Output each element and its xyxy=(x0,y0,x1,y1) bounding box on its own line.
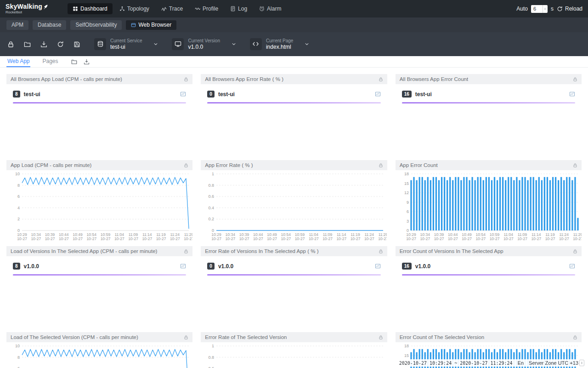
chip-label: Database xyxy=(38,22,61,28)
svg-text:6: 6 xyxy=(17,194,20,199)
log-icon xyxy=(230,6,236,12)
auto-label: Auto xyxy=(516,6,528,12)
card-title: Error Count of Versions In The Selected … xyxy=(400,248,503,254)
service-icon xyxy=(94,38,106,50)
line-chart: 024681010:2910-2710:3410-2710:3910-2710:… xyxy=(6,170,192,244)
lock-icon[interactable] xyxy=(573,163,577,168)
auto-interval-value[interactable]: 6 xyxy=(531,5,543,13)
list-item[interactable]: 8 v1.0.0 xyxy=(13,261,186,271)
value-bar xyxy=(402,274,575,276)
nav-item-dashboard[interactable]: Dashboard xyxy=(68,3,113,14)
import-button[interactable] xyxy=(40,41,47,48)
lock-icon[interactable] xyxy=(184,77,188,82)
nav-item-log[interactable]: Log xyxy=(225,3,252,14)
card-title: Load of Versions In The Selected App (CP… xyxy=(11,248,157,254)
lock-icon[interactable] xyxy=(184,163,188,168)
nav-item-topology[interactable]: Topology xyxy=(114,3,154,14)
server-zone-control[interactable]: Server Zone UTC +13 xyxy=(529,360,584,366)
category-tab-apm[interactable]: APM xyxy=(6,20,28,30)
inspect-icon[interactable] xyxy=(180,263,186,269)
list-item[interactable]: 0 v1.0.0 xyxy=(207,261,380,271)
item-name: v1.0.0 xyxy=(415,263,430,270)
svg-text:10-27: 10-27 xyxy=(114,236,124,241)
inspect-icon[interactable] xyxy=(569,263,575,269)
time-range-picker[interactable]: 2020-10-27 10:29:24 ~ 2020-10-27 11:29:2… xyxy=(399,361,513,366)
current-service-selector[interactable]: Current Service test-ui xyxy=(94,38,158,50)
auto-interval-input[interactable]: 6 xyxy=(531,5,548,13)
nav-item-alarm[interactable]: Alarm xyxy=(254,3,286,14)
tab-pages[interactable]: Pages xyxy=(41,56,59,67)
app-logo[interactable]: SkyWalking Rocketbot xyxy=(6,3,48,14)
svg-text:3: 3 xyxy=(407,219,409,224)
inspect-icon[interactable] xyxy=(375,263,381,269)
nav-item-profile[interactable]: Profile xyxy=(190,3,223,14)
group-folder-button[interactable] xyxy=(71,59,77,65)
current-version-selector[interactable]: Current Version v1.0.0 xyxy=(172,38,236,50)
selector-value: index.html xyxy=(266,44,293,50)
value-badge: 8 xyxy=(13,263,20,270)
nav-label: Dashboard xyxy=(80,6,107,12)
category-tab-web-browser[interactable]: Web Browser xyxy=(126,20,176,30)
tab-tools xyxy=(71,59,90,67)
reload-button[interactable]: Reload xyxy=(557,6,582,12)
svg-text:10-27: 10-27 xyxy=(406,236,416,241)
svg-text:0.8: 0.8 xyxy=(209,355,215,360)
top-navigation-bar: SkyWalking Rocketbot Dashboard Topology … xyxy=(0,0,588,17)
value-badge: 8 xyxy=(13,91,20,98)
svg-text:10-27: 10-27 xyxy=(559,236,569,241)
value-bar xyxy=(13,274,186,276)
card-title: Error Rate of The Selected Version xyxy=(205,334,287,340)
category-tab-selfobservability[interactable]: SelfObservability xyxy=(70,20,122,30)
nav-item-trace[interactable]: Trace xyxy=(156,3,188,14)
page-code-icon xyxy=(250,38,262,50)
inspect-icon[interactable] xyxy=(569,91,575,97)
lock-icon[interactable] xyxy=(379,77,383,82)
list-item[interactable]: 8 test-ui xyxy=(13,89,186,99)
lock-edit-button[interactable] xyxy=(7,41,14,48)
line-chart: 00.20.40.60.8110:2910-2710:3410-2710:391… xyxy=(201,170,387,244)
card-all-browsers-app-error-rate: All Browsers App Error Rate ( % ) 0 test… xyxy=(201,74,387,158)
zone-stepper[interactable] xyxy=(579,360,584,366)
lock-icon[interactable] xyxy=(184,335,188,340)
group-import-button[interactable] xyxy=(84,59,90,65)
auto-interval-stepper[interactable] xyxy=(543,5,548,13)
lock-icon[interactable] xyxy=(379,335,383,340)
svg-text:18: 18 xyxy=(404,172,409,176)
profile-icon xyxy=(195,6,200,12)
current-page-selector[interactable]: Current Page index.html xyxy=(250,38,309,50)
card-title: App Error Rate ( % ) xyxy=(205,162,253,168)
folder-icon xyxy=(24,41,31,48)
dashboard-toolbar: Current Service test-ui Current Version … xyxy=(0,32,588,56)
category-tab-database[interactable]: Database xyxy=(33,20,66,30)
value-bar xyxy=(207,274,380,276)
card-selected-version-error-rate-chart: Error Rate of The Selected Version 00.20… xyxy=(201,332,387,368)
tab-web-app[interactable]: Web App xyxy=(6,56,30,67)
lock-icon[interactable] xyxy=(573,335,577,340)
svg-text:6: 6 xyxy=(407,209,409,214)
lock-icon[interactable] xyxy=(184,249,188,254)
topology-icon xyxy=(119,6,125,12)
svg-text:10-27: 10-27 xyxy=(170,236,180,241)
nav-label: Log xyxy=(238,6,247,12)
template-folder-button[interactable] xyxy=(24,41,31,48)
inspect-icon[interactable] xyxy=(180,91,186,97)
list-item[interactable]: 0 test-ui xyxy=(207,89,380,99)
refresh-button[interactable] xyxy=(57,41,64,48)
svg-text:10-27: 10-27 xyxy=(101,236,111,241)
card-header: Error Rate of Versions In The Selected A… xyxy=(201,246,387,256)
item-name: test-ui xyxy=(218,91,235,98)
language-toggle[interactable]: En xyxy=(518,360,524,366)
dashboard-icon xyxy=(73,6,78,12)
list-item[interactable]: 16 test-ui xyxy=(402,89,575,99)
svg-text:10-27: 10-27 xyxy=(462,236,472,241)
list-item[interactable]: 16 v1.0.0 xyxy=(402,261,575,271)
svg-text:10-27: 10-27 xyxy=(420,236,430,241)
selector-label: Current Page xyxy=(266,38,293,44)
lock-icon[interactable] xyxy=(573,77,577,82)
lock-icon[interactable] xyxy=(379,163,383,168)
lock-icon[interactable] xyxy=(379,249,383,254)
save-button[interactable] xyxy=(74,41,80,48)
auto-refresh-controls: Auto 6 s Reload xyxy=(516,5,582,13)
inspect-icon[interactable] xyxy=(375,91,381,97)
lock-icon[interactable] xyxy=(573,249,577,254)
